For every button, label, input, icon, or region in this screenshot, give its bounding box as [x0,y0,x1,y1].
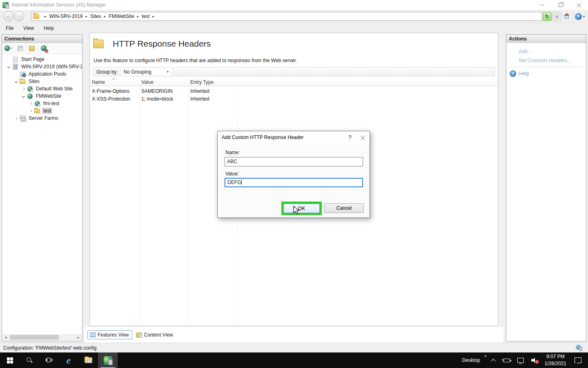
action-set-common-headers[interactable]: Set Common Headers... [519,58,586,63]
group-by-bar: Group by: No Grouping ▾ [93,67,495,76]
tree-item-default-web-site[interactable]: Default Web Site [2,85,82,92]
taskbar-clock[interactable]: 9:07 PM 1/26/2021 [545,353,566,368]
action-help[interactable]: ? Help [510,70,586,77]
overflow-chevron-icon: » [484,354,487,358]
chevron-collapsed-icon[interactable] [29,102,32,105]
help-icon[interactable]: ? [575,13,582,20]
clock-date: 1/26/2021 [545,360,566,367]
chevron-right-icon: ▸ [82,14,90,18]
tree-item-sites[interactable]: Sites [2,78,82,85]
column-header-entry-type[interactable]: Entry Type [188,78,237,86]
action-add[interactable]: Add... [519,49,586,54]
save-connections-button[interactable] [16,45,24,52]
name-field[interactable]: ABC [225,157,363,166]
table-row[interactable]: X-Frame-Options SAMEORIGIN Inherited [90,88,498,95]
taskbar: e Desktop » x 9:07 PM 1/26/2021 [0,352,588,368]
start-button[interactable] [0,352,20,368]
home-base [564,16,569,19]
tab-features-view[interactable]: Features View [87,330,132,339]
tree-item-start-page[interactable]: Start Page [2,56,82,63]
chevron-down-icon: ▾ [167,70,169,74]
tab-content-view[interactable]: Content View [134,331,176,339]
menu-bar: File View Help [0,23,588,34]
sites-folder-icon [19,78,26,85]
group-by-dropdown[interactable]: No Grouping ▾ [122,68,170,76]
close-button[interactable] [570,0,588,10]
add-custom-header-dialog: Add Custom HTTP Response Header ? Name: … [217,131,370,218]
column-header-value[interactable]: Value [139,78,188,86]
task-view-icon [46,357,52,363]
scrollbar-thumb[interactable] [10,335,59,340]
chevron-collapsed-icon[interactable] [14,117,17,119]
tree-item-fmi-test[interactable]: fmi-test [2,100,82,107]
window-title: Internet Information Services (IIS) Mana… [12,2,106,8]
chevron-right-icon: ▸ [42,14,49,18]
toolbar-separator [38,45,38,52]
internet-explorer-icon: e [67,355,71,365]
breadcrumb-segment-sites[interactable]: Sites [90,13,101,19]
group-by-label: Group by: [96,69,118,75]
globe-icon [4,45,10,51]
remove-connection-button[interactable]: x [40,45,47,52]
horizontal-scrollbar[interactable]: ◂ ▸ [2,334,82,341]
chevron-collapsed-icon[interactable] [29,109,32,112]
chevron-down-icon[interactable]: ▾ [583,15,585,18]
value-field[interactable]: DEFG [225,178,363,187]
scroll-left-icon[interactable]: ◂ [2,335,9,339]
restore-button[interactable] [551,0,570,10]
network-tray-icon[interactable] [517,358,524,363]
breadcrumb-segment-site[interactable]: FMWebSite [109,13,134,19]
menu-file[interactable]: File [2,24,18,33]
file-explorer-button[interactable] [78,352,98,368]
dialog-close-button[interactable] [356,131,370,144]
refresh-button[interactable] [28,45,36,52]
column-header-name[interactable]: Name [90,78,139,86]
action-center-button[interactable] [575,357,581,363]
cancel-button[interactable]: Cancel [324,203,364,213]
dialog-help-button[interactable]: ? [343,131,356,144]
file-explorer-icon [85,357,92,363]
page-title: HTTP Response Headers [113,39,211,49]
breadcrumb-segment-app[interactable]: test [142,13,149,19]
application-icon [34,100,40,107]
ok-button[interactable]: OK [283,204,320,213]
chevron-expanded-icon[interactable] [14,80,17,83]
breadcrumb[interactable]: ▸ WIN-SRV-2019 ▸ Sites ▸ FMWebSite ▸ tes… [31,12,542,21]
toolbar-separator [26,45,26,52]
actions-divider [509,67,584,67]
chevron-collapsed-icon[interactable] [22,87,24,90]
menu-help[interactable]: Help [40,24,58,33]
close-icon [577,2,581,7]
column-separator [139,78,140,325]
volume-muted-tray-icon[interactable]: x [531,358,537,363]
features-view-icon [90,332,96,337]
show-hidden-icons-button[interactable] [491,359,495,363]
minimize-button[interactable] [533,0,551,10]
forward-button[interactable]: → [14,11,24,21]
tree-item-server-farms[interactable]: Server Farms [2,114,82,122]
table-row[interactable]: X-XSS-Protection 1; mode=block Inherited [90,95,498,103]
search-icon [26,357,33,364]
back-button[interactable]: ← [3,11,13,21]
task-view-button[interactable] [39,352,59,368]
internet-explorer-button[interactable]: e [59,352,78,368]
window-titlebar: Internet Information Services (IIS) Mana… [0,0,588,10]
scroll-right-icon[interactable]: ▸ [75,335,82,339]
chevron-expanded-icon[interactable] [7,65,10,68]
power-tray-icon[interactable] [503,359,510,362]
home-icon[interactable] [562,12,571,21]
tree-item-fmwebsite[interactable]: FMWebSite [2,92,82,100]
tree-item-test[interactable]: test [2,107,82,114]
tree-item-server[interactable]: WIN-SRV-2019 (WIN-SRV-201 [2,63,82,70]
tree-item-application-pools[interactable]: Application Pools [2,70,82,78]
iis-manager-taskbar-button[interactable] [98,352,118,368]
restart-icon[interactable]: ↻ [543,12,552,21]
menu-view[interactable]: View [19,24,38,33]
chevron-expanded-icon[interactable] [22,94,24,97]
breadcrumb-segment-server[interactable]: WIN-SRV-2019 [49,13,83,19]
desktop-toolbar[interactable]: Desktop » [458,357,484,363]
iis-app-icon [2,2,9,8]
create-connection-button[interactable]: ▾ [4,45,12,52]
stop-icon[interactable]: ■ [552,12,561,21]
taskbar-search-button[interactable] [20,352,39,368]
